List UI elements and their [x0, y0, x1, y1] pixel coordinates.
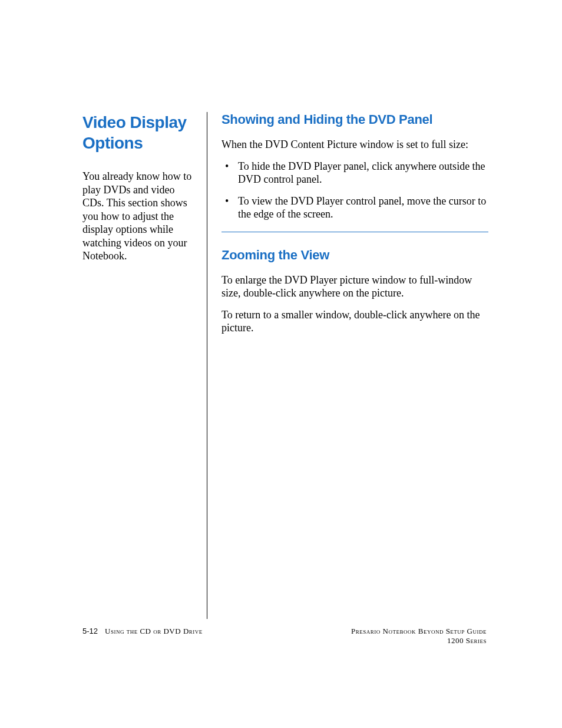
- footer-left: 5-12 Using the CD or DVD Drive: [82, 627, 203, 636]
- guide-title: Presario Notebook Beyond Setup Guide: [351, 627, 487, 636]
- section-title: Video Display Options: [82, 112, 199, 153]
- sidebar-intro: You already know how to play DVDs and vi…: [82, 170, 199, 263]
- series-label: 1200 Series: [351, 636, 487, 645]
- bullet-list: To hide the DVD Player panel, click anyw…: [222, 160, 488, 221]
- page-number: 5-12: [82, 627, 98, 635]
- list-item: To view the DVD Player control panel, mo…: [222, 195, 488, 221]
- subsection-heading: Zooming the View: [222, 248, 488, 263]
- document-page: Video Display Options You already know h…: [0, 0, 562, 728]
- content-columns: Video Display Options You already know h…: [82, 112, 488, 619]
- lead-paragraph: When the DVD Content Picture window is s…: [222, 138, 488, 151]
- list-item: To hide the DVD Player panel, click anyw…: [222, 160, 488, 186]
- footer-right: Presario Notebook Beyond Setup Guide 120…: [351, 627, 487, 645]
- body-paragraph: To enlarge the DVD Player picture window…: [222, 274, 488, 300]
- main-content: Showing and Hiding the DVD Panel When th…: [222, 112, 488, 619]
- page-footer: 5-12 Using the CD or DVD Drive Presario …: [82, 627, 487, 645]
- sidebar: Video Display Options You already know h…: [82, 112, 207, 619]
- chapter-label: Using the CD or DVD Drive: [105, 627, 203, 636]
- subsection-heading: Showing and Hiding the DVD Panel: [222, 112, 488, 127]
- section-divider: [222, 232, 488, 232]
- body-paragraph: To return to a smaller window, double-cl…: [222, 308, 488, 335]
